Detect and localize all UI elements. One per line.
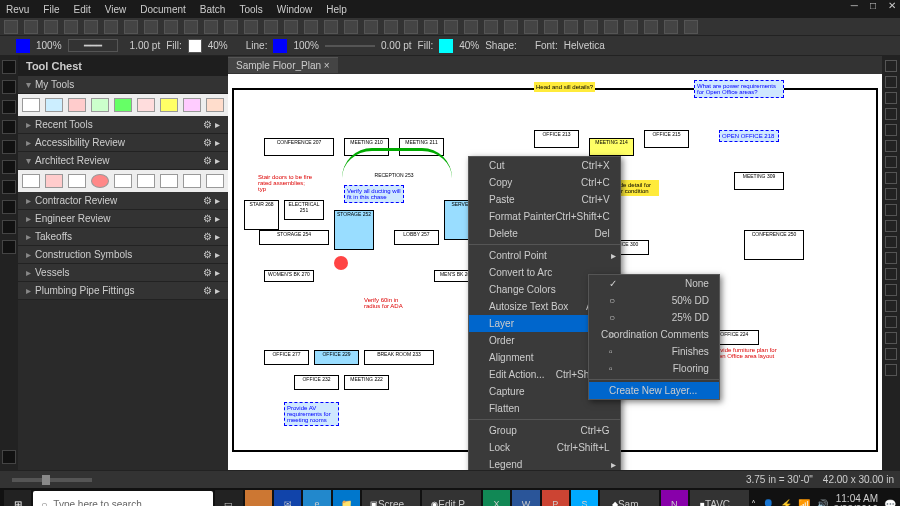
- tray-icon[interactable]: 👤: [762, 499, 774, 507]
- tool-icon[interactable]: [44, 20, 58, 34]
- section-takeoffs[interactable]: ▸Takeoffs⚙ ▸: [18, 228, 228, 246]
- pt2[interactable]: 0.00 pt: [381, 40, 412, 51]
- callout-red[interactable]: Stair doors to be fire rated assemblies;…: [256, 172, 316, 194]
- tool-item[interactable]: [183, 174, 201, 188]
- rail-icon[interactable]: [885, 316, 897, 328]
- line-width[interactable]: 1.00 pt: [130, 40, 161, 51]
- tool-icon[interactable]: [144, 20, 158, 34]
- menu-tools[interactable]: Tools: [239, 4, 262, 15]
- layer-50dd[interactable]: ○50% DD: [589, 292, 719, 309]
- tool-icon[interactable]: [404, 20, 418, 34]
- tool-icon[interactable]: [184, 20, 198, 34]
- taskbar-search[interactable]: ○ Type here to search: [33, 491, 213, 506]
- close-button[interactable]: ✕: [888, 0, 896, 11]
- tool-icon[interactable]: [24, 20, 38, 34]
- section-engineer[interactable]: ▸Engineer Review⚙ ▸: [18, 210, 228, 228]
- rail-icon[interactable]: [885, 172, 897, 184]
- rail-icon[interactable]: [885, 140, 897, 152]
- app-outlook[interactable]: ✉: [274, 490, 301, 506]
- menu-file[interactable]: File: [43, 4, 59, 15]
- app-onenote[interactable]: N: [661, 490, 688, 506]
- color-swatch-blue[interactable]: [16, 39, 30, 53]
- tool-icon[interactable]: [104, 20, 118, 34]
- tool-icon[interactable]: [384, 20, 398, 34]
- app-chrome[interactable]: ◉ Edit P...: [422, 490, 481, 506]
- layer-flooring[interactable]: ▫Flooring: [589, 360, 719, 377]
- canvas[interactable]: Sample Floor_Plan × CONFERENCE 207 MEETI…: [228, 56, 882, 470]
- rail-icon[interactable]: [885, 124, 897, 136]
- app-powerpoint[interactable]: P: [542, 490, 569, 506]
- taskview-icon[interactable]: ▭: [215, 490, 242, 506]
- opacity-2[interactable]: 40%: [459, 40, 479, 51]
- section-plumbing[interactable]: ▸Plumbing Pipe Fittings⚙ ▸: [18, 282, 228, 300]
- tool-icon[interactable]: [664, 20, 678, 34]
- rail-icon[interactable]: [885, 284, 897, 296]
- tool-icon[interactable]: [564, 20, 578, 34]
- callout-blue[interactable]: Verify all ducting will fit in this chas…: [344, 185, 404, 203]
- tool-icon[interactable]: [344, 20, 358, 34]
- ctx-flatten[interactable]: Flatten: [469, 400, 620, 417]
- rail-icon[interactable]: [2, 120, 16, 134]
- section-vessels[interactable]: ▸Vessels⚙ ▸: [18, 264, 228, 282]
- minimize-button[interactable]: ─: [851, 0, 858, 11]
- tool-icon[interactable]: [124, 20, 138, 34]
- layer-25dd[interactable]: ○25% DD: [589, 309, 719, 326]
- section-contractor[interactable]: ▸Contractor Review⚙ ▸: [18, 192, 228, 210]
- rail-icon[interactable]: [885, 60, 897, 72]
- tool-icon[interactable]: [684, 20, 698, 34]
- floor-plan-viewport[interactable]: CONFERENCE 207 MEETING 210 MEETING 211 O…: [228, 74, 882, 470]
- line-style[interactable]: ━━━: [68, 39, 118, 52]
- maximize-button[interactable]: □: [870, 0, 876, 11]
- callout-red[interactable]: Verify 60in in radius for ADA: [362, 295, 412, 311]
- app-edge[interactable]: e: [303, 490, 330, 506]
- rail-icon[interactable]: [2, 100, 16, 114]
- rail-icon[interactable]: [2, 240, 16, 254]
- line-opacity[interactable]: 100%: [293, 40, 319, 51]
- menu-view[interactable]: View: [105, 4, 127, 15]
- rail-icon[interactable]: [2, 220, 16, 234]
- ctx-legend[interactable]: Legend: [469, 456, 620, 470]
- menu-window[interactable]: Window: [277, 4, 313, 15]
- menu-edit[interactable]: Edit: [73, 4, 90, 15]
- start-button[interactable]: ⊞: [4, 490, 31, 506]
- callout-red[interactable]: Provide furniture plan for Open Office a…: [709, 345, 789, 361]
- tool-icon[interactable]: [504, 20, 518, 34]
- tool-item[interactable]: [45, 174, 63, 188]
- tool-item[interactable]: [206, 174, 224, 188]
- zoom-value[interactable]: 100%: [36, 40, 62, 51]
- app-firefox[interactable]: [245, 490, 272, 506]
- rail-icon[interactable]: [885, 108, 897, 120]
- menu-document[interactable]: Document: [140, 4, 186, 15]
- tab-close-icon[interactable]: ×: [324, 60, 330, 71]
- tool-icon[interactable]: [544, 20, 558, 34]
- tool-item[interactable]: [114, 174, 132, 188]
- tool-icon[interactable]: [84, 20, 98, 34]
- zoom-slider[interactable]: [12, 478, 92, 482]
- ctx-copy[interactable]: CopyCtrl+C: [469, 174, 620, 191]
- tool-icon[interactable]: [244, 20, 258, 34]
- section-recent[interactable]: ▸Recent Tools⚙ ▸: [18, 116, 228, 134]
- rail-icon[interactable]: [885, 92, 897, 104]
- notifications-icon[interactable]: 💬: [884, 499, 896, 507]
- ctx-cut[interactable]: CutCtrl+X: [469, 157, 620, 174]
- rail-icon[interactable]: [2, 450, 16, 464]
- app-word[interactable]: W: [512, 490, 539, 506]
- tool-icon[interactable]: [284, 20, 298, 34]
- rail-icon[interactable]: [885, 204, 897, 216]
- line-style-2[interactable]: [325, 45, 375, 47]
- rail-icon[interactable]: [2, 180, 16, 194]
- tray-icon[interactable]: ˄: [751, 499, 756, 507]
- opacity-1[interactable]: 40%: [208, 40, 228, 51]
- tool-item[interactable]: [68, 98, 86, 112]
- tool-item[interactable]: [114, 98, 132, 112]
- menu-batch[interactable]: Batch: [200, 4, 226, 15]
- tool-item[interactable]: [68, 174, 86, 188]
- tool-icon[interactable]: [604, 20, 618, 34]
- app-tavc[interactable]: ■ TAVC...: [690, 490, 749, 506]
- rail-icon[interactable]: [885, 268, 897, 280]
- rail-icon[interactable]: [885, 300, 897, 312]
- app-screenshot[interactable]: ▣ Scree...: [362, 490, 421, 506]
- tool-icon[interactable]: [584, 20, 598, 34]
- rail-icon[interactable]: [2, 160, 16, 174]
- section-architect[interactable]: ▾Architect Review⚙ ▸: [18, 152, 228, 170]
